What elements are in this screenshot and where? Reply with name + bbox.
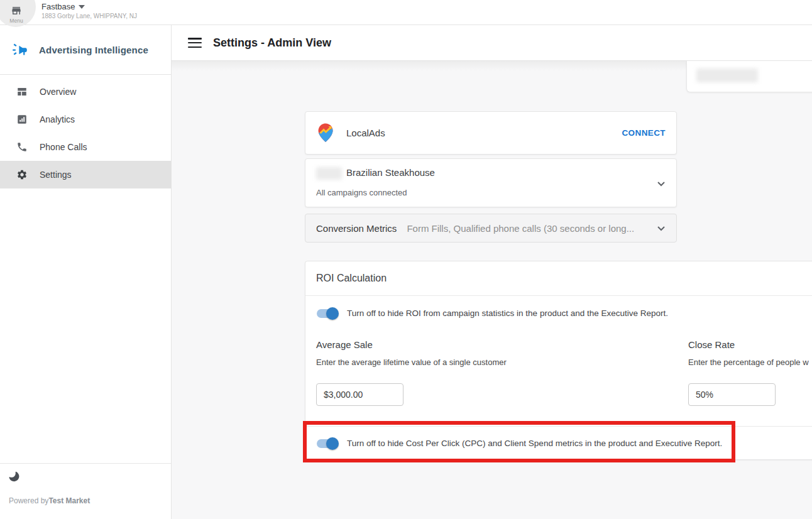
powered-by-text: Powered by — [9, 496, 48, 505]
overview-icon — [16, 86, 28, 97]
conversion-metrics-label: Conversion Metrics — [316, 223, 397, 234]
sidebar-item-label: Settings — [40, 170, 72, 180]
average-sale-label: Average Sale — [316, 339, 480, 350]
localads-pin-icon — [318, 123, 333, 143]
close-rate-description: Enter the percentage of people w — [688, 358, 812, 367]
page-header: Settings - Admin View — [172, 25, 812, 61]
sidebar-item-overview[interactable]: Overview — [0, 78, 171, 106]
account-address: 1883 Gorby Lane, WHIPPANY, NJ — [41, 13, 137, 19]
powered-by: Powered byTest Market — [9, 496, 90, 505]
connect-button[interactable]: CONNECT — [622, 128, 666, 138]
cpc-toggle-label: Turn off to hide Cost Per Click (CPC) an… — [347, 439, 722, 448]
roi-calculation-card: ROI Calculation Turn off to hide ROI fro… — [305, 261, 812, 460]
average-sale-input[interactable] — [316, 383, 403, 406]
business-name: Brazilian Steakhouse — [346, 167, 435, 178]
close-rate-field: Close Rate Enter the percentage of peopl… — [688, 339, 812, 406]
main-area: Settings - Admin View LocalAds CO — [172, 25, 812, 519]
sidebar-item-label: Phone Calls — [40, 142, 87, 152]
moon-icon[interactable] — [8, 471, 20, 483]
gear-icon — [16, 169, 28, 180]
top-right-card — [686, 61, 812, 92]
roi-toggle[interactable] — [316, 307, 339, 320]
content-area: LocalAds CONNECT Brazilian Steakhouse Al… — [172, 61, 812, 519]
integration-name: LocalAds — [346, 128, 385, 138]
topbar: Menu Fastbase 1883 Gorby Lane, WHIPPANY,… — [0, 0, 812, 25]
powered-by-brand: Test Market — [48, 496, 90, 505]
roi-toggle-label: Turn off to hide ROI from campaign stati… — [347, 309, 668, 318]
sidebar-item-label: Analytics — [40, 114, 75, 124]
business-status: All campaigns connected — [316, 188, 407, 197]
store-icon — [9, 5, 23, 16]
sidebar-nav: Overview Analytics Phone Calls Setti — [0, 78, 171, 188]
localads-card: LocalAds CONNECT — [305, 111, 677, 155]
conversion-metrics-select[interactable]: Conversion Metrics Form Fills, Qualified… — [305, 214, 677, 243]
average-sale-field: Average Sale Enter the average lifetime … — [316, 339, 480, 406]
average-sale-description: Enter the average lifetime value of a si… — [316, 358, 480, 367]
cpc-toggle-row: Turn off to hide Cost Per Click (CPC) an… — [305, 426, 812, 461]
sidebar-item-settings[interactable]: Settings — [0, 161, 171, 188]
conversion-metrics-value: Form Fills, Qualified phone calls (30 se… — [407, 223, 654, 234]
sidebar: Advertising Intelligence Overview Analyt… — [0, 25, 172, 519]
app-title: Advertising Intelligence — [39, 45, 148, 55]
phone-icon — [16, 141, 28, 153]
account-name: Fastbase — [41, 2, 75, 11]
close-rate-input[interactable] — [688, 383, 776, 406]
chevron-down-icon[interactable] — [654, 221, 669, 236]
redacted-business-prefix — [316, 167, 342, 180]
sidebar-brand: Advertising Intelligence — [0, 25, 171, 75]
menu-button-label: Menu — [0, 18, 33, 24]
cpc-toggle[interactable] — [316, 437, 339, 450]
caret-down-icon — [79, 5, 85, 9]
redacted-text — [696, 68, 758, 82]
page-title: Settings - Admin View — [213, 36, 331, 50]
roi-card-title: ROI Calculation — [305, 261, 812, 296]
chevron-down-icon[interactable] — [654, 176, 669, 191]
close-rate-label: Close Rate — [688, 339, 812, 350]
account-switcher[interactable]: Fastbase 1883 Gorby Lane, WHIPPANY, NJ — [41, 2, 137, 19]
sidebar-item-label: Overview — [40, 87, 76, 97]
roi-toggle-row: Turn off to hide ROI from campaign stati… — [305, 296, 812, 331]
business-card[interactable]: Brazilian Steakhouse All campaigns conne… — [305, 158, 677, 207]
hamburger-menu-icon[interactable] — [188, 38, 202, 48]
megaphone-icon — [11, 41, 28, 58]
sidebar-item-phone-calls[interactable]: Phone Calls — [0, 133, 171, 161]
analytics-icon — [16, 114, 28, 125]
sidebar-item-analytics[interactable]: Analytics — [0, 106, 171, 133]
sidebar-footer: Powered byTest Market — [0, 463, 171, 519]
